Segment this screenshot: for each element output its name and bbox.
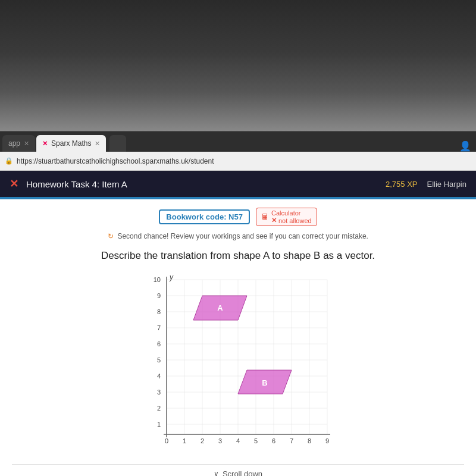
tab-app[interactable]: app ✕: [2, 135, 35, 152]
svg-text:8: 8: [308, 437, 311, 444]
sparx-header: ✕ Homework Task 4: Item A 2,755 XP Ellie…: [0, 171, 476, 197]
svg-text:6: 6: [272, 437, 275, 444]
address-bar: 🔒 https://stuartbathurstcatholichighscho…: [0, 152, 476, 171]
bookwork-code: N57: [228, 212, 243, 221]
xp-display: 2,755 XP: [386, 180, 418, 189]
page-title: Homework Task 4: Item A: [26, 179, 386, 189]
svg-text:8: 8: [157, 308, 161, 315]
svg-text:0: 0: [165, 437, 168, 444]
tab-app-close[interactable]: ✕: [24, 140, 29, 148]
shape-a-label: A: [217, 303, 223, 312]
svg-text:9: 9: [157, 292, 161, 299]
svg-text:5: 5: [254, 437, 258, 444]
browser-profile-icon[interactable]: 👤: [455, 140, 476, 152]
shape-b-label: B: [262, 378, 267, 387]
tab-app-label: app: [8, 139, 20, 148]
sparx-logo: ✕: [10, 177, 19, 190]
tab-sparx-label: Sparx Maths: [51, 139, 91, 148]
scroll-down-text: Scroll down: [223, 469, 262, 476]
user-name: Ellie Harpin: [427, 180, 466, 189]
calculator-status: not allowed: [278, 217, 312, 224]
main-content: Bookwork code: N57 🖩 Calculator ✕ not al…: [0, 199, 476, 476]
second-chance-text: Second chance! Review your workings and …: [117, 232, 368, 240]
tab-sparx-close[interactable]: ✕: [95, 140, 100, 148]
browser-chrome: app ✕ ✕ Sparx Maths ✕ 👤 🔒 https://stuart…: [0, 131, 476, 171]
calculator-icon: 🖩: [261, 212, 269, 221]
svg-text:3: 3: [157, 389, 161, 396]
scroll-down-bar[interactable]: ∨ Scroll down: [12, 464, 464, 476]
svg-text:4: 4: [236, 437, 240, 444]
new-tab-button[interactable]: [109, 135, 126, 152]
browser-tabs: app ✕ ✕ Sparx Maths ✕ 👤: [0, 131, 476, 152]
question-text: Describe the translation from shape A to…: [12, 249, 464, 263]
svg-text:5: 5: [157, 356, 161, 364]
second-chance-notice: ↻ Second chance! Review your workings an…: [12, 232, 464, 240]
lock-icon: 🔒: [5, 157, 13, 165]
svg-text:y: y: [169, 274, 174, 281]
calculator-label: Calculator: [271, 209, 312, 217]
scroll-chevron-icon: ∨: [214, 469, 219, 476]
svg-text:2: 2: [157, 405, 161, 412]
sparx-tab-icon: ✕: [42, 140, 48, 148]
bookwork-bar: Bookwork code: N57 🖩 Calculator ✕ not al…: [12, 208, 464, 226]
bookwork-label: Bookwork code:: [166, 212, 226, 221]
coordinate-graph: 10 9 8 7 6 5 4 3 2 1 y 0 1 2 3 4 5 6: [137, 274, 339, 458]
tab-sparx[interactable]: ✕ Sparx Maths ✕: [36, 135, 106, 152]
svg-text:1: 1: [157, 421, 161, 428]
calculator-badge: 🖩 Calculator ✕ not allowed: [256, 208, 317, 226]
svg-text:4: 4: [157, 372, 161, 380]
svg-text:7: 7: [290, 437, 293, 444]
graph-wrapper: 10 9 8 7 6 5 4 3 2 1 y 0 1 2 3 4 5 6: [137, 274, 339, 458]
svg-text:3: 3: [218, 437, 222, 444]
svg-text:6: 6: [157, 340, 161, 347]
graph-container: 10 9 8 7 6 5 4 3 2 1 y 0 1 2 3 4 5 6: [12, 274, 464, 458]
svg-text:9: 9: [325, 437, 329, 444]
not-allowed-icon: ✕: [271, 217, 277, 224]
address-text: https://stuartbathurstcatholichighschool…: [17, 157, 471, 165]
bookwork-badge: Bookwork code: N57: [159, 209, 250, 224]
second-chance-icon: ↻: [108, 232, 114, 240]
svg-text:7: 7: [157, 324, 161, 331]
svg-text:10: 10: [154, 276, 161, 283]
svg-text:1: 1: [183, 437, 186, 444]
svg-text:2: 2: [201, 437, 204, 444]
photo-background: [0, 0, 476, 131]
